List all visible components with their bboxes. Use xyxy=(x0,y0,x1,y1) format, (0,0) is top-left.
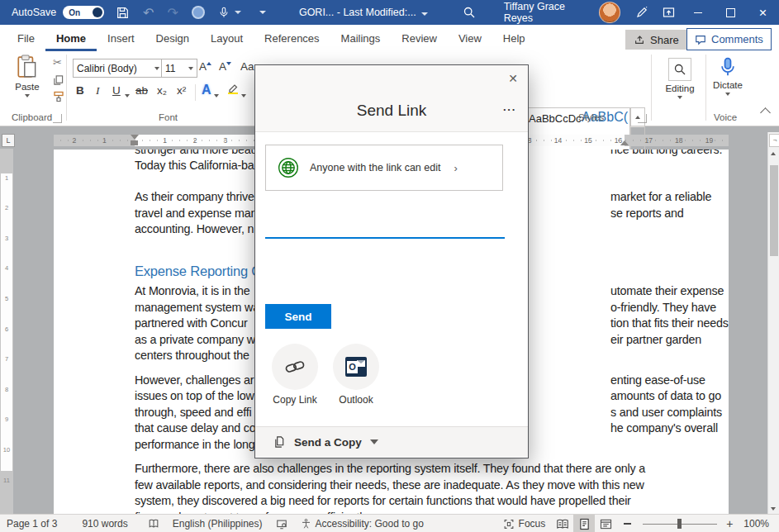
tab-view[interactable]: View xyxy=(448,25,492,51)
styles-dialog-launcher[interactable] xyxy=(638,114,647,123)
save-icon[interactable] xyxy=(116,6,130,20)
zoom-slider-thumb[interactable] xyxy=(677,519,682,529)
paste-button[interactable]: Paste xyxy=(7,55,48,97)
scrollbar-thumb[interactable] xyxy=(770,165,778,256)
dialog-more-options-icon[interactable]: ··· xyxy=(503,103,516,116)
scroll-up-arrow[interactable] xyxy=(771,152,776,155)
underline-dropdown-icon[interactable] xyxy=(125,94,130,97)
language-indicator[interactable]: English (Philippines) xyxy=(166,515,269,532)
zoom-out-button[interactable] xyxy=(616,515,638,532)
minimize-button[interactable] xyxy=(682,0,715,25)
word-count[interactable]: 910 words xyxy=(75,515,134,532)
status-bar: Page 1 of 3 910 words English (Philippin… xyxy=(0,514,779,532)
ruler-number: 4 xyxy=(0,264,13,272)
display-settings-icon[interactable] xyxy=(269,515,294,532)
superscript-button[interactable]: x² xyxy=(177,84,186,97)
group-separator xyxy=(651,55,652,121)
format-painter-icon[interactable] xyxy=(53,91,64,102)
clipboard-dialog-launcher[interactable] xyxy=(53,114,62,123)
ruler-number: 7 xyxy=(0,355,13,363)
tab-mailings[interactable]: Mailings xyxy=(330,25,392,51)
send-button[interactable]: Send xyxy=(265,304,331,329)
cut-icon[interactable]: ✂ xyxy=(53,56,62,69)
highlight-dropdown-icon[interactable] xyxy=(241,94,246,97)
grow-font-button[interactable]: A xyxy=(199,60,211,73)
zoom-slider[interactable] xyxy=(643,515,717,532)
collapse-ribbon-icon[interactable] xyxy=(762,109,769,116)
redo-icon[interactable]: ↷ xyxy=(168,5,178,21)
read-mode-button[interactable] xyxy=(552,515,573,532)
ruler-number: 11 xyxy=(0,477,13,484)
ribbon-display-options-icon[interactable] xyxy=(662,6,676,19)
ink-pen-icon[interactable] xyxy=(635,6,648,19)
tab-layout[interactable]: Layout xyxy=(200,25,254,51)
copy-icon[interactable] xyxy=(53,74,64,86)
dialog-title: Send Link xyxy=(255,102,528,120)
scroll-down-arrow[interactable] xyxy=(771,507,776,511)
ruler-toggle-icon[interactable]: ¬ xyxy=(769,134,779,147)
print-layout-button[interactable] xyxy=(573,515,595,532)
italic-button[interactable]: I xyxy=(96,84,100,97)
right-indent-marker[interactable] xyxy=(620,140,629,145)
font-size-combo[interactable]: 11 xyxy=(161,59,197,78)
user-name[interactable]: Tiffany Grace Reyes xyxy=(504,1,591,24)
zoom-in-button[interactable]: + xyxy=(722,515,737,532)
dictate-qat-icon[interactable] xyxy=(218,6,241,19)
search-icon[interactable] xyxy=(463,6,476,19)
text-effects-button[interactable]: A xyxy=(202,83,211,97)
first-line-indent-marker[interactable] xyxy=(131,135,139,140)
font-family-combo[interactable]: Calibri (Body) xyxy=(73,59,164,78)
link-permission-selector[interactable]: Anyone with the link can edit › xyxy=(265,145,503,191)
ruler-number: 8 xyxy=(0,386,13,393)
record-icon[interactable] xyxy=(192,6,205,19)
dictate-button[interactable]: Dictate xyxy=(709,56,747,96)
web-layout-button[interactable] xyxy=(595,515,616,532)
close-button[interactable]: ✕ xyxy=(747,0,779,25)
tab-review[interactable]: Review xyxy=(391,25,448,51)
autosave-toggle[interactable]: On xyxy=(63,6,104,19)
copy-link-button[interactable] xyxy=(272,344,318,390)
zoom-level[interactable]: 100% xyxy=(737,515,776,532)
vertical-ruler: 1234567891011 xyxy=(0,149,13,514)
dialog-close-icon[interactable]: ✕ xyxy=(508,72,518,85)
bold-button[interactable]: B xyxy=(76,84,84,97)
ruler-number: 17 xyxy=(644,136,652,145)
strikethrough-button[interactable]: ab xyxy=(135,84,148,97)
avatar[interactable] xyxy=(599,2,620,23)
proofing-icon[interactable] xyxy=(141,515,166,532)
tab-help[interactable]: Help xyxy=(492,25,536,51)
undo-icon[interactable]: ↶ xyxy=(143,5,154,21)
shrink-font-button[interactable]: A xyxy=(219,60,231,73)
tab-home[interactable]: Home xyxy=(45,25,97,51)
qat-customize-icon[interactable] xyxy=(254,11,266,14)
focus-button[interactable]: Focus xyxy=(496,515,553,532)
page-indicator[interactable]: Page 1 of 3 xyxy=(0,515,64,532)
share-button[interactable]: Share xyxy=(625,30,687,50)
dictate-icon xyxy=(719,56,737,78)
hanging-indent-marker[interactable] xyxy=(131,140,138,145)
send-a-copy-button[interactable]: Send a Copy xyxy=(255,426,528,457)
permission-label: Anyone with the link can edit xyxy=(310,162,440,173)
accessibility-status[interactable]: Accessibility: Good to go xyxy=(294,515,430,532)
comments-button[interactable]: Comments xyxy=(686,28,772,50)
tab-file[interactable]: File xyxy=(7,25,45,51)
tab-references[interactable]: References xyxy=(254,25,330,51)
subscript-button[interactable]: x₂ xyxy=(157,84,167,97)
globe-icon xyxy=(278,157,299,178)
tab-design[interactable]: Design xyxy=(145,25,200,51)
document-title[interactable]: GORI... - Last Modified:... xyxy=(299,7,428,18)
ruler-number: 14 xyxy=(554,136,562,145)
copy-link-label: Copy Link xyxy=(262,394,328,406)
tab-insert[interactable]: Insert xyxy=(97,25,145,51)
maximize-button[interactable] xyxy=(715,0,747,25)
text-effects-dropdown-icon[interactable] xyxy=(214,94,219,97)
ruler-number: 1 xyxy=(102,136,107,145)
underline-button[interactable]: U xyxy=(112,84,121,97)
outlook-button[interactable]: O xyxy=(333,344,379,390)
ruler-number: 9 xyxy=(0,416,13,423)
link-recipient-input[interactable] xyxy=(265,204,505,239)
highlight-button[interactable] xyxy=(226,83,240,94)
style-sample: AaBbCcDc xyxy=(529,112,582,125)
change-case-button[interactable]: Aa xyxy=(240,60,254,73)
editing-button[interactable]: Editing xyxy=(658,58,701,99)
